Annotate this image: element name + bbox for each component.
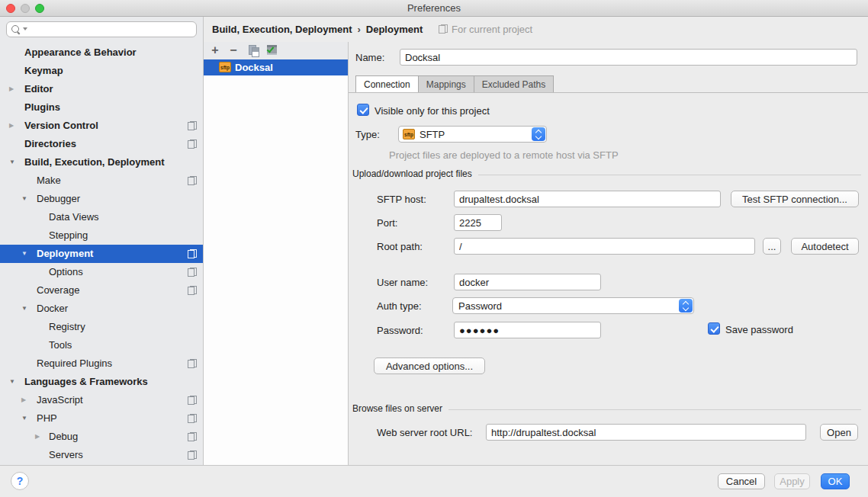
sidebar-item-keymap[interactable]: Keymap — [0, 62, 203, 80]
search-input[interactable] — [6, 21, 197, 37]
sftp-server-icon: sftp — [219, 62, 231, 72]
sftp-host-field[interactable] — [454, 191, 721, 207]
sidebar-item-php[interactable]: ▼PHP — [0, 409, 203, 428]
visible-only-checkbox[interactable] — [357, 104, 369, 116]
sidebar-item-label: Plugins — [24, 98, 60, 117]
search-options-chevron-icon[interactable] — [23, 27, 27, 30]
chevron-right-icon[interactable]: ▶ — [9, 80, 14, 98]
sidebar-item-debugger[interactable]: ▼Debugger — [0, 190, 203, 208]
sidebar-item-debug[interactable]: ▶Debug — [0, 428, 203, 446]
sidebar-item-plugins[interactable]: Plugins — [0, 98, 203, 117]
sidebar-item-editor[interactable]: ▶Editor — [0, 80, 203, 98]
tab-mappings[interactable]: Mappings — [418, 75, 474, 93]
chevron-down-icon[interactable]: ▼ — [21, 245, 27, 263]
sidebar-item-appearance-behavior[interactable]: Appearance & Behavior — [0, 43, 203, 62]
use-as-default-button[interactable] — [265, 43, 278, 57]
password-label: Password: — [377, 325, 423, 336]
remove-server-button[interactable]: − — [227, 43, 240, 57]
sidebar-item-build-execution-deployment[interactable]: ▼Build, Execution, Deployment — [0, 153, 203, 172]
server-list-item-docksal[interactable]: sftp Docksal — [204, 59, 348, 75]
tab-connection[interactable]: Connection — [355, 75, 418, 93]
footer-bar: ? Cancel Apply OK — [0, 465, 868, 497]
server-list-panel: + − sftp Docksal — [204, 42, 349, 465]
chevron-right-icon[interactable]: ▶ — [9, 117, 14, 135]
name-label: Name: — [355, 52, 384, 63]
section-divider — [448, 409, 861, 410]
sidebar-item-javascript[interactable]: ▶JavaScript — [0, 391, 203, 409]
port-field[interactable] — [454, 214, 502, 231]
project-scope-icon — [188, 432, 197, 441]
autodetect-button[interactable]: Autodetect — [791, 238, 859, 255]
sidebar-item-stepping[interactable]: Stepping — [0, 226, 203, 245]
copy-server-button[interactable] — [246, 43, 260, 57]
project-scope-icon — [188, 414, 197, 423]
chevron-right-icon[interactable]: ▶ — [35, 428, 40, 446]
project-scope-icon — [188, 451, 197, 460]
sftp-type-icon: sftp — [403, 129, 415, 139]
chevron-right-icon[interactable]: ▶ — [21, 391, 26, 409]
section-divider — [478, 175, 861, 175]
ok-button[interactable]: OK — [821, 473, 850, 489]
tab-excluded-paths[interactable]: Excluded Paths — [474, 75, 554, 93]
auth-type-dropdown[interactable]: Password — [452, 297, 694, 314]
chevron-down-icon[interactable]: ▼ — [21, 190, 27, 208]
chevron-down-icon[interactable]: ▼ — [9, 153, 15, 172]
sidebar-item-label: JavaScript — [37, 391, 83, 409]
sidebar-item-docker[interactable]: ▼Docker — [0, 300, 203, 318]
type-value: SFTP — [420, 129, 445, 140]
sidebar-item-make[interactable]: Make — [0, 172, 203, 190]
sidebar-item-label: Coverage — [37, 281, 79, 300]
dropdown-stepper-icon[interactable] — [679, 299, 693, 313]
upload-section-label: Upload/download project files — [352, 168, 472, 179]
sidebar-item-label: Required Plugins — [37, 354, 112, 373]
project-scope-icon — [188, 286, 197, 295]
sidebar-item-version-control[interactable]: ▶Version Control — [0, 117, 203, 135]
sidebar-item-required-plugins[interactable]: Required Plugins — [0, 354, 203, 373]
type-dropdown[interactable]: sftp SFTP — [398, 126, 547, 143]
sidebar-item-options[interactable]: Options — [0, 263, 203, 281]
test-sftp-connection-button[interactable]: Test SFTP connection... — [731, 191, 859, 207]
dropdown-stepper-icon[interactable] — [532, 127, 545, 141]
sidebar-item-label: Data Views — [49, 208, 99, 226]
open-url-button[interactable]: Open — [820, 424, 858, 441]
auth-type-label: Auth type: — [377, 300, 422, 312]
sidebar-item-registry[interactable]: Registry — [0, 318, 203, 336]
user-name-field[interactable] — [454, 274, 601, 290]
browse-section-header: Browse files on server — [352, 403, 861, 414]
cancel-button[interactable]: Cancel — [718, 473, 765, 489]
sidebar-item-tools[interactable]: Tools — [0, 336, 203, 354]
sidebar-item-label: Editor — [24, 80, 53, 98]
sidebar-item-coverage[interactable]: Coverage — [0, 281, 203, 300]
breadcrumb: Build, Execution, Deployment›Deployment — [212, 24, 423, 35]
sidebar-item-deployment[interactable]: ▼Deployment — [0, 245, 203, 263]
sftp-host-label: SFTP host: — [377, 194, 426, 205]
sidebar-item-languages-frameworks[interactable]: ▼Languages & Frameworks — [0, 373, 203, 391]
breadcrumb-parent[interactable]: Build, Execution, Deployment — [212, 24, 352, 35]
search-icon — [11, 25, 21, 34]
add-server-button[interactable]: + — [208, 43, 222, 57]
password-field[interactable] — [454, 322, 601, 338]
tab-separator — [349, 92, 868, 93]
chevron-down-icon[interactable]: ▼ — [9, 373, 15, 391]
sidebar-item-directories[interactable]: Directories — [0, 135, 203, 153]
tab-bar: Connection Mappings Excluded Paths — [355, 75, 554, 93]
chevron-down-icon[interactable]: ▼ — [21, 300, 27, 318]
chevron-down-icon[interactable]: ▼ — [21, 409, 27, 428]
settings-sidebar: Appearance & BehaviorKeymap▶EditorPlugin… — [0, 17, 204, 465]
sidebar-item-data-views[interactable]: Data Views — [0, 208, 203, 226]
help-button[interactable]: ? — [11, 472, 29, 490]
server-list-toolbar: + − — [204, 42, 348, 59]
project-scope-icon — [439, 24, 448, 34]
advanced-options-button[interactable]: Advanced options... — [374, 358, 485, 374]
breadcrumb-separator-icon: › — [352, 24, 365, 35]
web-root-field[interactable] — [486, 424, 806, 441]
root-path-field[interactable] — [454, 238, 755, 255]
apply-button[interactable]: Apply — [774, 473, 810, 489]
browse-root-path-button[interactable]: ... — [763, 238, 781, 255]
sidebar-tree: Appearance & BehaviorKeymap▶EditorPlugin… — [0, 43, 203, 464]
sidebar-item-servers[interactable]: Servers — [0, 446, 203, 464]
sidebar-item-label: Registry — [49, 318, 85, 336]
name-field[interactable] — [400, 49, 857, 66]
sidebar-item-label: PHP — [37, 409, 57, 428]
save-password-checkbox[interactable] — [708, 322, 720, 335]
